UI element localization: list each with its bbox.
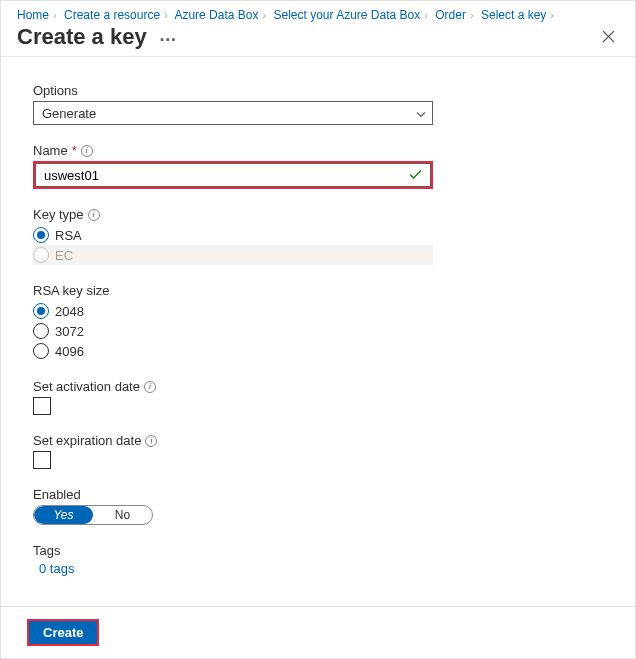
radio-keytype-ec [33, 247, 49, 263]
radio-label: 2048 [55, 304, 84, 319]
name-input[interactable] [35, 163, 431, 187]
breadcrumb-link[interactable]: Create a resource [64, 8, 160, 22]
info-icon[interactable]: i [144, 381, 156, 393]
breadcrumb-link[interactable]: Order [435, 8, 466, 22]
radio-label: 4096 [55, 344, 84, 359]
radio-keysize-2048[interactable] [33, 303, 49, 319]
expiration-label: Set expiration date i [33, 433, 605, 448]
tags-label: Tags [33, 543, 605, 558]
chevron-right-icon: › [550, 9, 554, 21]
breadcrumb: Home› Create a resource› Azure Data Box›… [1, 1, 635, 24]
toggle-no[interactable]: No [93, 506, 152, 524]
radio-keytype-rsa[interactable] [33, 227, 49, 243]
chevron-right-icon: › [53, 9, 57, 21]
keysize-label: RSA key size [33, 283, 605, 298]
header: Create a key … [1, 24, 635, 57]
chevron-right-icon: › [470, 9, 474, 21]
enabled-toggle[interactable]: Yes No [33, 505, 153, 525]
info-icon[interactable]: i [88, 209, 100, 221]
info-icon[interactable]: i [81, 145, 93, 157]
radio-keysize-3072[interactable] [33, 323, 49, 339]
close-icon[interactable] [598, 26, 619, 49]
enabled-label: Enabled [33, 487, 605, 502]
tags-link[interactable]: 0 tags [33, 561, 605, 576]
radio-keysize-4096[interactable] [33, 343, 49, 359]
breadcrumb-link[interactable]: Azure Data Box [174, 8, 258, 22]
info-icon[interactable]: i [145, 435, 157, 447]
create-button[interactable]: Create [27, 619, 99, 646]
name-label: Name * i [33, 143, 605, 158]
required-indicator: * [72, 143, 77, 158]
footer: Create [1, 606, 635, 658]
breadcrumb-link[interactable]: Select a key [481, 8, 546, 22]
activation-checkbox[interactable] [33, 397, 51, 415]
check-icon [409, 168, 422, 183]
chevron-right-icon: › [424, 9, 428, 21]
breadcrumb-link[interactable]: Home [17, 8, 49, 22]
more-icon[interactable]: … [159, 26, 178, 44]
chevron-right-icon: › [164, 9, 168, 21]
chevron-right-icon: › [262, 9, 266, 21]
options-label: Options [33, 83, 605, 98]
expiration-checkbox[interactable] [33, 451, 51, 469]
toggle-yes[interactable]: Yes [34, 506, 93, 524]
breadcrumb-link[interactable]: Select your Azure Data Box [273, 8, 420, 22]
radio-label: EC [55, 248, 73, 263]
activation-label: Set activation date i [33, 379, 605, 394]
keytype-label: Key type i [33, 207, 605, 222]
page-title: Create a key … [17, 24, 178, 50]
radio-label: RSA [55, 228, 82, 243]
options-select[interactable]: Generate [33, 101, 433, 125]
radio-label: 3072 [55, 324, 84, 339]
